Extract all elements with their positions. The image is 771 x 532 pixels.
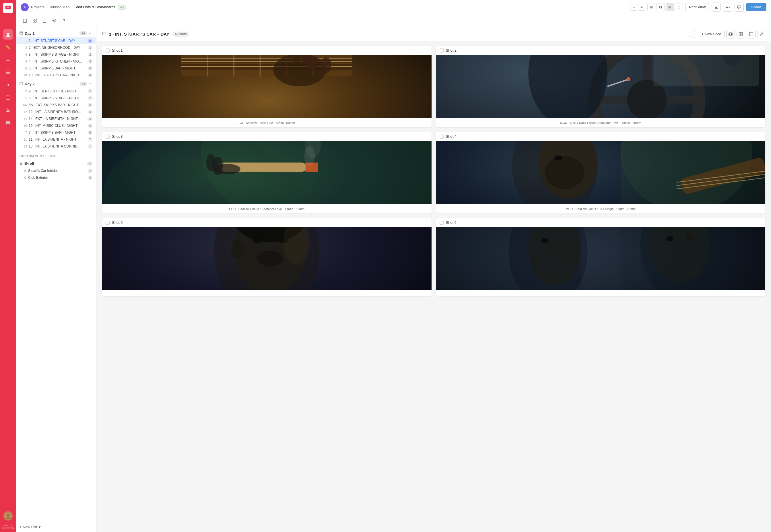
breadcrumb-projects[interactable]: Projects — [31, 5, 44, 9]
share-button[interactable]: Share — [746, 3, 766, 11]
svg-point-74 — [626, 77, 630, 81]
made-by-label: Made ByLeanometry — [2, 524, 14, 529]
puzzle-icon[interactable]: ✦ — [3, 80, 13, 90]
view-columns2-btn[interactable] — [737, 30, 745, 38]
day1-more-icon[interactable]: ⋯ — [89, 31, 93, 36]
version-badge[interactable]: v3 — [118, 5, 126, 10]
svg-rect-2 — [6, 59, 10, 59]
panel-tool-btn[interactable] — [40, 16, 49, 25]
shot-5-checkbox[interactable] — [106, 221, 110, 225]
download-button[interactable] — [712, 3, 721, 12]
app-icon-bar: ← ✏️ ✦ 📖 Made ByLeanometry — [0, 0, 16, 532]
scene-item-3-skipps-stage[interactable]: 8 8 · INT. SKIPP'S STAGE - NIGHT 2 — [16, 51, 96, 58]
shot-card-1[interactable]: Shot 1 — [102, 46, 432, 127]
scene-item-5-skipps-bar[interactable]: 6 6 · INT. SKIPP'S BAR - NIGHT 6 — [16, 65, 96, 72]
list-icon[interactable] — [3, 67, 13, 77]
shot-card-6[interactable]: Shot 6 — [436, 218, 766, 296]
zoom-out-btn[interactable]: − — [630, 4, 637, 11]
broll-dot-2 — [24, 176, 26, 179]
shot-1-checkbox[interactable] — [106, 48, 110, 53]
view-list-btn[interactable]: ⊞ — [666, 3, 674, 11]
broll-stuarts-count: 2 — [88, 169, 93, 173]
view-columns-btn[interactable]: ⊞ — [647, 3, 655, 11]
scene-item-music-club[interactable]: 15 15 · INT. MUSIC CLUB - NIGHT 0 — [16, 122, 96, 129]
grid-tool-btn[interactable] — [30, 16, 39, 25]
shot-2-checkbox[interactable] — [440, 48, 444, 53]
right-mini-toolbar: ⊞ ⊟ ⊞ ⊡ — [647, 3, 683, 11]
back-button[interactable]: ← — [3, 17, 13, 27]
new-list-button[interactable]: + New List ▾ — [16, 522, 96, 532]
shot-card-4[interactable]: Shot 4 — [436, 132, 766, 213]
scene-item-skipps-bar-7[interactable]: 7 7 · INT. SKIPP'S BAR - NIGHT 5 — [16, 129, 96, 136]
more-options-button[interactable]: ••• — [723, 3, 732, 12]
day1-section: Day 1 24 ⋯ 1 1 · INT. STUART'S CAR - DAY… — [16, 29, 96, 79]
frame-tool-btn[interactable] — [21, 16, 29, 25]
shot-2-label: Shot 2 — [446, 48, 457, 53]
avatar-icon[interactable] — [3, 29, 13, 40]
svg-rect-71 — [653, 55, 759, 86]
sliders-icon[interactable] — [3, 105, 13, 115]
scene-item-la-sirenita-bath[interactable]: 12 12 · INT. LA SIRENITA BATHRO... 4 — [16, 108, 96, 115]
broll-header[interactable]: ☰ B-roll 4 — [16, 160, 96, 167]
calendar-icon[interactable] — [3, 92, 13, 103]
svg-rect-7 — [6, 73, 10, 74]
view-grid-btn[interactable]: ⊟ — [657, 3, 665, 11]
app-logo[interactable] — [3, 3, 13, 13]
help-tool-btn[interactable]: ? — [60, 16, 68, 25]
svg-point-103 — [257, 251, 283, 266]
scene-item-skipps-bar-ext[interactable]: 6A 6A · EXT. SKIPP'S BAR - NIGHT 0 — [16, 102, 96, 108]
shot-2-header: Shot 2 — [436, 46, 766, 55]
layers-icon[interactable] — [3, 55, 13, 65]
scene-item-la-sirenita-ext[interactable]: 14 14 · EXT. LA SIRENITA - NIGHT 3 — [16, 115, 96, 122]
view-expand-btn[interactable]: ⊡ — [675, 3, 683, 11]
view-filmstrip-btn[interactable] — [726, 30, 735, 38]
broll-dot-1 — [24, 170, 26, 172]
shot-6-checkbox[interactable] — [440, 221, 444, 225]
copy-link-btn[interactable] — [757, 30, 765, 38]
day1-label: Day 1 — [25, 31, 78, 36]
day2-more-icon[interactable]: ⋯ — [89, 81, 93, 86]
scene-item-1-stuart-day[interactable]: 1 1 · INT. STUART'S CAR - DAY 6 — [16, 37, 96, 44]
breadcrumb-project[interactable]: Touring Man — [49, 5, 70, 9]
shot-card-5[interactable]: Shot 5 — [102, 218, 432, 296]
svg-point-17 — [7, 111, 8, 112]
svg-point-62 — [321, 57, 331, 73]
new-list-label: + New List — [20, 525, 37, 529]
svg-rect-44 — [741, 32, 743, 36]
scene-item-6-stuart-night[interactable]: 10 10 · INT. STUART'S CAR - NIGHT 4 — [16, 72, 96, 79]
svg-rect-116 — [581, 227, 620, 290]
scene-item-skipps-stage-5[interactable]: 5 5 · INT. SKIPP'S STAGE - NIGHT 2 — [16, 95, 96, 102]
svg-rect-25 — [33, 21, 34, 22]
scene-item-la-sirenita-corr[interactable]: 13 13 · INT. LA SIRENITA CORRID... 1 — [16, 143, 96, 150]
day2-header[interactable]: Day 2 24 ⋯ — [16, 80, 96, 88]
scene-item-bens-office[interactable]: 9 9 · INT. BEN'S OFFICE - NIGHT 2 — [16, 88, 96, 95]
print-view-button[interactable]: Print View — [685, 3, 709, 11]
day1-header[interactable]: Day 1 24 ⋯ — [16, 29, 96, 37]
scene-item-4-skipps-kitchen[interactable]: 4 4 · INT. SKIPP'S KITCHEN - NIG... 3 — [16, 58, 96, 65]
view-single-btn[interactable] — [747, 30, 756, 38]
broll-club-exterior[interactable]: Club Exterior 2 — [16, 174, 96, 181]
shot-card-3[interactable]: Shot 3 — [102, 132, 432, 213]
shot-1-header: Shot 1 — [102, 46, 432, 55]
shot-2-image — [436, 55, 766, 118]
brush-icon[interactable]: ✏️ — [3, 42, 13, 52]
new-shot-button[interactable]: + + New Shot — [694, 30, 725, 38]
scene-item-la-sirenita-11[interactable]: 11 11 · INT. LA SIRENITA - NIGHT 7 — [16, 136, 96, 143]
broll-stuarts-name: Stuart's Car Interior — [28, 169, 86, 173]
user-avatar[interactable] — [3, 511, 13, 521]
comment-button[interactable] — [735, 3, 744, 12]
shot-3-checkbox[interactable] — [106, 135, 110, 139]
settings-tool-btn[interactable] — [50, 16, 59, 25]
scene-item-2-neighborhood[interactable]: 2 2 · EXT. NEIGHBORHOOD - DAY 3 — [16, 44, 96, 51]
shot-4-checkbox[interactable] — [440, 135, 444, 139]
broll-club-count: 2 — [88, 176, 93, 180]
zoom-in-btn[interactable]: + — [638, 4, 645, 11]
svg-rect-27 — [43, 19, 46, 22]
shot-card-2[interactable]: Shot 2 — [436, 46, 766, 127]
select-all-checkbox[interactable] — [688, 32, 692, 36]
custom-shot-lists-label: CUSTOM SHOT LISTS — [16, 151, 96, 160]
svg-rect-42 — [731, 33, 732, 35]
broll-stuarts-car[interactable]: Stuart's Car Interior 2 — [16, 167, 96, 174]
shot-6-caption — [436, 290, 766, 296]
book-icon[interactable]: 📖 — [3, 118, 13, 128]
